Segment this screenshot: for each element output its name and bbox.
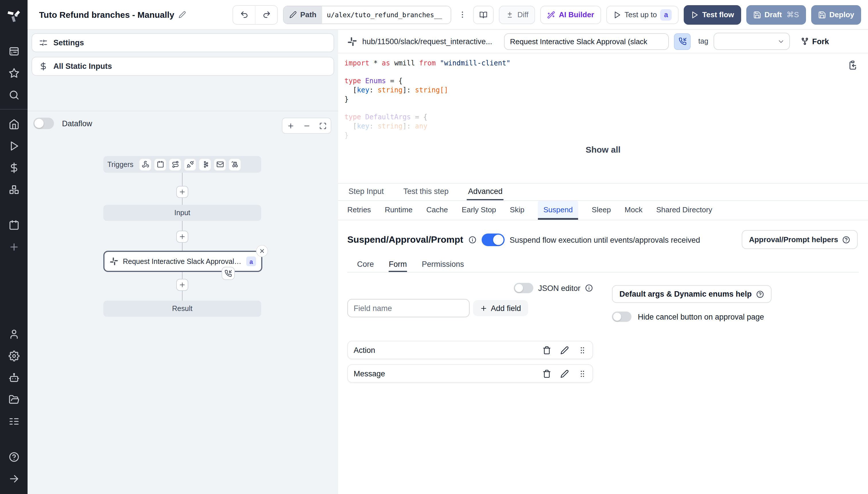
webhook-icon[interactable] [139,158,152,171]
windmill-logo-icon[interactable] [0,0,27,30]
edit-title-pencil-icon[interactable] [178,11,186,18]
suspend-phone-badge-icon[interactable] [222,267,235,280]
triggers-bar[interactable]: Triggers [103,156,261,173]
delete-field-icon[interactable] [542,369,551,378]
fork-button[interactable]: Fork [801,37,829,45]
tab-step-input[interactable]: Step Input [347,184,385,200]
kafka-trigger-icon[interactable] [199,158,211,171]
edit-field-icon[interactable] [560,369,569,378]
flow-settings-button[interactable]: Settings [32,33,334,52]
clipboard-paste-icon[interactable] [848,60,858,70]
insert-step-button-2[interactable] [176,231,188,243]
hide-cancel-toggle[interactable] [612,311,631,322]
path-input[interactable] [322,6,451,23]
ai-builder-button[interactable]: AI Builder [540,5,601,24]
insert-step-button-3[interactable] [176,279,188,291]
default-args-help-button[interactable]: Default args & Dynamic enums help [612,285,772,303]
subtab-sleep[interactable]: Sleep [592,201,611,220]
subtab-retries[interactable]: Retries [347,201,371,220]
dataflow-toggle[interactable] [33,118,54,129]
path-group: Path [283,5,451,24]
schedule-trigger-icon[interactable] [154,158,167,171]
workers-bot-icon[interactable] [2,367,25,388]
json-editor-info-icon[interactable] [585,284,593,292]
redo-button[interactable] [255,5,277,24]
suspend-enable-toggle[interactable] [482,233,505,246]
subtab-early-stop[interactable]: Early Stop [462,201,496,220]
delete-field-icon[interactable] [542,346,551,354]
add-plus-icon[interactable] [2,236,25,258]
subtab-shared-directory[interactable]: Shared Directory [656,201,712,220]
fit-view-icon[interactable] [319,122,326,129]
hub-script-path[interactable]: hub/11500/slack/request_interactive... [362,37,492,45]
test-up-to-button[interactable]: Test up to a [606,5,679,24]
panel-divider [27,111,338,111]
zoom-out-icon[interactable] [303,122,310,129]
apps-icon[interactable] [2,40,25,62]
slack-approval-node[interactable]: Request Interactive Slack Approval (... … [103,251,262,272]
draft-button[interactable]: Draft ⌘S [746,5,806,24]
path-label[interactable]: Path [283,6,322,23]
approval-prompt-helpers-button[interactable]: Approval/Prompt helpers [741,230,858,249]
zoom-in-icon[interactable] [287,122,294,129]
slack-icon [347,36,357,46]
suspend-indicator-button[interactable] [674,33,691,50]
runs-icon[interactable] [2,135,25,157]
step-name-input[interactable] [504,33,669,50]
logs-list-icon[interactable] [2,410,25,432]
result-node[interactable]: Result [103,301,261,317]
websocket-plug-icon[interactable] [184,158,197,171]
drag-grip-icon[interactable] [578,369,587,378]
plus-icon [480,304,487,312]
code-editor[interactable]: import * as wmill from "windmill-client"… [338,53,868,184]
schedules-icon[interactable] [2,214,25,236]
field-row-action[interactable]: Action [347,341,593,359]
form-tab-permissions[interactable]: Permissions [422,257,464,272]
tag-select[interactable] [714,33,790,50]
docs-book-button[interactable] [473,5,494,24]
json-editor-toggle[interactable] [514,283,534,293]
collapse-arrow-icon[interactable] [2,468,25,489]
show-all-button[interactable]: Show all [586,145,621,157]
code-fade-overlay: Show all [338,117,868,183]
form-tab-form[interactable]: Form [389,257,407,272]
folders-icon[interactable] [2,388,25,410]
settings-gear-icon[interactable] [2,345,25,367]
subtab-suspend[interactable]: Suspend [538,201,578,220]
info-icon[interactable] [468,236,477,244]
edit-field-icon[interactable] [560,346,569,354]
approval-node-label: Request Interactive Slack Approval (... [123,257,242,265]
form-tab-core[interactable]: Core [357,257,374,272]
user-icon[interactable] [2,323,25,345]
subtab-cache[interactable]: Cache [426,201,448,220]
subtab-mock[interactable]: Mock [625,201,642,220]
search-icon[interactable] [2,84,25,106]
drag-grip-icon[interactable] [578,346,587,354]
favorites-star-icon[interactable] [2,62,25,84]
variables-icon[interactable] [2,157,25,178]
delete-node-button[interactable] [256,245,268,257]
all-static-inputs-button[interactable]: All Static Inputs [32,57,334,76]
tab-test-this-step[interactable]: Test this step [402,184,450,200]
home-icon[interactable] [2,113,25,135]
test-flow-button[interactable]: Test flow [684,5,741,24]
undo-button[interactable] [233,5,255,24]
resources-icon[interactable] [2,178,25,200]
scheduled-poll-icon[interactable] [229,158,241,171]
hide-cancel-label: Hide cancel button on approval page [638,312,764,321]
tab-advanced[interactable]: Advanced [467,184,504,200]
add-field-button[interactable]: Add field [473,300,528,316]
diff-button[interactable]: Diff [499,5,535,24]
more-menu-icon[interactable] [456,10,468,19]
email-trigger-icon[interactable] [214,158,226,171]
subtab-runtime[interactable]: Runtime [385,201,412,220]
insert-step-button-1[interactable] [176,186,188,198]
input-node[interactable]: Input [103,205,261,221]
field-row-message[interactable]: Message [347,364,593,383]
route-trigger-icon[interactable] [169,158,182,171]
help-icon[interactable] [2,446,25,468]
subtab-skip[interactable]: Skip [510,201,524,220]
field-name-input[interactable] [347,299,469,317]
step-header: hub/11500/slack/request_interactive... t… [338,30,868,53]
deploy-button[interactable]: Deploy [811,5,861,24]
